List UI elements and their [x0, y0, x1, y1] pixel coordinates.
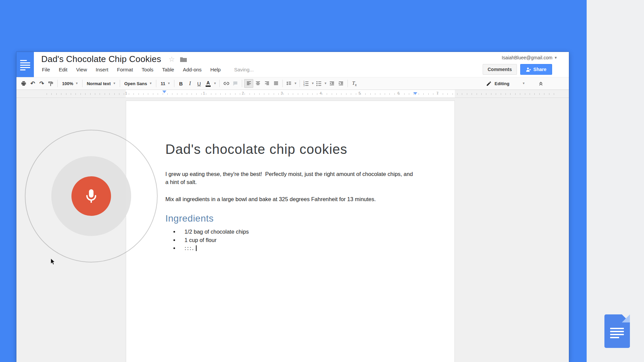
- font-size-select[interactable]: 11▼: [158, 79, 172, 88]
- undo-button[interactable]: ↶: [28, 79, 37, 88]
- mode-select[interactable]: Editing ▼: [484, 79, 527, 88]
- google-docs-window: Dad's Chocolate Chip Cookies ☆ File Edit…: [16, 52, 569, 362]
- menu-addons[interactable]: Add-ons: [183, 67, 202, 72]
- menu-file[interactable]: File: [42, 67, 50, 72]
- pencil-icon: [486, 81, 492, 86]
- align-right-button[interactable]: [262, 79, 271, 88]
- saving-status: Saving...: [234, 67, 254, 72]
- collapse-toolbar-button[interactable]: [536, 79, 545, 88]
- right-indent-marker[interactable]: [413, 92, 417, 95]
- ruler-number: 4: [320, 91, 322, 95]
- align-justify-button[interactable]: [271, 79, 280, 88]
- ruler-number: 3: [281, 91, 283, 95]
- account-email: IsaiahBluee@gmail.com: [502, 55, 552, 60]
- account-menu[interactable]: IsaiahBluee@gmail.com ▼: [502, 55, 557, 60]
- dictation-interim-dots: :::.: [184, 245, 194, 251]
- ruler-number: 1: [125, 91, 127, 95]
- page-background-strip: [587, 0, 644, 362]
- print-button[interactable]: [19, 79, 28, 88]
- list-item[interactable]: 1/2 bag of chocolate chips: [179, 228, 416, 236]
- docs-home-logo[interactable]: [16, 52, 34, 77]
- ruler-ticks: [47, 93, 557, 95]
- mode-label: Editing: [495, 81, 509, 86]
- formatting-toolbar: ↶ ↷ 100%▼ Normal text▼ Open Sans▼ 11▼ B …: [16, 77, 569, 90]
- insert-link-button[interactable]: [222, 79, 231, 88]
- ruler-number: 2: [242, 91, 244, 95]
- zoom-select[interactable]: 100%▼: [60, 79, 80, 88]
- document-title[interactable]: Dad's Chocolate Chip Cookies: [41, 54, 161, 64]
- ruler-number: 1: [203, 91, 205, 95]
- doc-section-heading[interactable]: Ingredients: [165, 213, 416, 224]
- insert-comment-button[interactable]: [231, 79, 240, 88]
- ruler-number: 7: [436, 91, 438, 95]
- menu-table[interactable]: Table: [162, 67, 174, 72]
- ingredients-list: 1/2 bag of chocolate chips 1 cup of flou…: [165, 228, 416, 252]
- svg-text:3: 3: [303, 84, 305, 86]
- chevron-down-icon: ▼: [113, 82, 115, 85]
- menu-bar: File Edit View Insert Format Tools Table…: [42, 67, 254, 72]
- microphone-button[interactable]: [71, 176, 111, 216]
- clear-formatting-button[interactable]: Tx: [350, 79, 359, 88]
- text-color-button[interactable]: A: [204, 79, 213, 88]
- text-cursor: [196, 245, 197, 251]
- menu-tools[interactable]: Tools: [142, 67, 153, 72]
- decrease-indent-button[interactable]: [327, 79, 336, 88]
- underline-button[interactable]: U: [195, 79, 204, 88]
- align-left-button[interactable]: [244, 79, 253, 88]
- chevron-down-icon: ▼: [76, 82, 77, 85]
- doc-paragraph[interactable]: Mix all ingredients in a large bowl and …: [165, 195, 416, 203]
- italic-button[interactable]: I: [185, 79, 195, 88]
- doc-paragraph[interactable]: I grew up eating these, they're the best…: [165, 170, 416, 186]
- doc-heading[interactable]: Dad's chocolate chip cookies: [165, 141, 416, 157]
- google-docs-logo-badge: [604, 314, 630, 348]
- share-button-label: Share: [533, 67, 546, 72]
- line-spacing-button[interactable]: ▼: [285, 79, 298, 88]
- chevron-down-icon: ▼: [168, 82, 170, 85]
- left-indent-marker[interactable]: [162, 90, 166, 93]
- bulleted-list-button[interactable]: ▼: [315, 79, 327, 88]
- numbered-list-button[interactable]: 123 ▼: [302, 79, 315, 88]
- paint-format-button[interactable]: [46, 79, 55, 88]
- folder-move-icon[interactable]: [180, 57, 187, 62]
- page-fold-corner: [622, 314, 630, 322]
- mouse-pointer-icon: [50, 258, 55, 266]
- chevron-down-icon: ▼: [555, 56, 557, 59]
- align-center-button[interactable]: [253, 79, 262, 88]
- list-item-dictating[interactable]: :::.: [179, 244, 416, 252]
- comments-button[interactable]: Comments: [483, 64, 517, 75]
- share-button[interactable]: Share: [520, 64, 552, 75]
- paragraph-style-select[interactable]: Normal text▼: [85, 79, 118, 88]
- star-icon[interactable]: ☆: [168, 56, 175, 63]
- person-icon: [526, 67, 531, 72]
- increase-indent-button[interactable]: [336, 79, 345, 88]
- menu-edit[interactable]: Edit: [59, 67, 67, 72]
- menu-help[interactable]: Help: [210, 67, 221, 72]
- font-family-select[interactable]: Open Sans▼: [122, 79, 154, 88]
- microphone-icon: [82, 187, 100, 205]
- docs-header: Dad's Chocolate Chip Cookies ☆ File Edit…: [16, 52, 569, 77]
- menu-insert[interactable]: Insert: [96, 67, 108, 72]
- chevron-down-icon: ▼: [150, 82, 151, 85]
- ruler[interactable]: 1 1 2 3 4 5 6 7: [16, 90, 569, 98]
- text-color-dropdown[interactable]: ▼: [213, 79, 217, 88]
- document-page[interactable]: Dad's chocolate chip cookies I grew up e…: [126, 101, 455, 362]
- bold-button[interactable]: B: [176, 79, 185, 88]
- list-item[interactable]: 1 cup of flour: [179, 236, 416, 244]
- ruler-number: 6: [397, 91, 399, 95]
- ruler-number: 5: [359, 91, 361, 95]
- menu-format[interactable]: Format: [117, 67, 133, 72]
- docs-file-lines: [610, 328, 624, 340]
- menu-view[interactable]: View: [76, 67, 87, 72]
- docs-logo-icon: [20, 60, 30, 72]
- chevron-down-icon: ▼: [523, 82, 525, 85]
- document-canvas: Dad's chocolate chip cookies I grew up e…: [16, 98, 569, 362]
- redo-button[interactable]: ↷: [37, 79, 46, 88]
